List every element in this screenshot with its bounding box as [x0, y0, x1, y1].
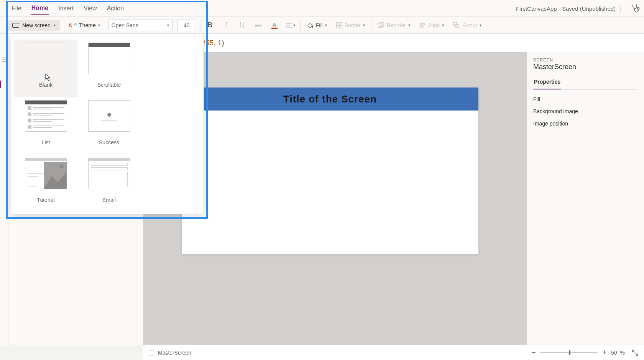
- svg-rect-12: [453, 23, 457, 26]
- font-color-icon: A: [271, 22, 278, 29]
- template-list-label: List: [42, 139, 50, 145]
- zoom-slider[interactable]: [540, 352, 598, 353]
- app-title: FirstCanvasApp - Saved (Unpublished) |: [516, 0, 625, 17]
- template-success-thumb: [88, 100, 130, 132]
- template-email-label: Email: [102, 197, 116, 203]
- prop-background[interactable]: Background image: [533, 108, 638, 114]
- chevron-down-icon: ▾: [293, 23, 295, 27]
- template-meeting[interactable]: Meeting: [77, 212, 141, 214]
- properties-section-title: MasterScreen: [533, 63, 638, 71]
- fill-bucket-icon: [307, 22, 314, 29]
- theme-button[interactable]: Aa Theme ▾: [68, 22, 100, 28]
- theme-label: Theme: [79, 22, 96, 28]
- menu-file[interactable]: File: [11, 3, 22, 14]
- screen-header[interactable]: Title of the Screen: [182, 88, 478, 111]
- template-email-thumb: [88, 158, 130, 189]
- zoom-control: − + 50 %: [530, 348, 639, 357]
- template-blank-thumb: [25, 43, 67, 74]
- align-label: Align: [428, 22, 440, 28]
- reorder-label: Reorder: [387, 22, 406, 28]
- svg-rect-13: [456, 25, 459, 28]
- active-rail-marker: [0, 81, 1, 88]
- template-email[interactable]: Email: [77, 155, 141, 212]
- template-list[interactable]: List: [14, 97, 77, 155]
- app-canvas[interactable]: Title of the Screen: [182, 88, 478, 254]
- formula-bar[interactable]: RGBA(255, 255, 255, 1): [143, 34, 644, 52]
- border-button[interactable]: Border ▾: [334, 22, 367, 28]
- formula-arg-3: 1: [218, 39, 222, 47]
- zoom-value: 50: [611, 350, 617, 356]
- svg-rect-10: [421, 23, 425, 25]
- menu-action[interactable]: Action: [106, 3, 125, 14]
- zoom-unit: %: [620, 350, 625, 356]
- group-icon: [453, 22, 460, 28]
- chevron-down-icon: ▾: [442, 23, 444, 27]
- font-size-input[interactable]: 40: [177, 20, 196, 31]
- app-name: FirstCanvasApp: [516, 5, 557, 12]
- new-screen-dropdown: Blank Scrollable List Success: [11, 34, 204, 214]
- template-tutorial[interactable]: Tutorial: [14, 155, 77, 212]
- chevron-down-icon: ▾: [363, 23, 365, 27]
- chevron-down-icon: ▾: [54, 23, 56, 27]
- fill-button[interactable]: Fill ▾: [304, 22, 329, 29]
- properties-section-label: SCREEN: [533, 58, 638, 62]
- chevron-down-icon: ▾: [98, 23, 100, 27]
- template-scrollable[interactable]: Scrollable: [77, 40, 141, 97]
- zoom-out-button[interactable]: −: [530, 348, 537, 357]
- screen-title-label[interactable]: Title of the Screen: [283, 93, 377, 105]
- top-menu-bar: File Home Insert View Action FirstCanvas…: [0, 0, 644, 17]
- underline-button[interactable]: U: [237, 20, 248, 31]
- properties-panel: SCREEN MasterScreen Properties Fill Back…: [527, 52, 644, 345]
- properties-tab[interactable]: Properties: [533, 76, 561, 89]
- fill-label: Fill: [316, 22, 323, 28]
- app-status: Saved (Unpublished): [562, 5, 616, 12]
- svg-point-0: [637, 8, 639, 10]
- fit-to-window-icon[interactable]: [632, 349, 639, 356]
- status-bar: MasterScreen − + 50 %: [143, 345, 644, 360]
- border-icon: [336, 22, 342, 28]
- new-screen-button[interactable]: New screen ▾: [8, 20, 60, 31]
- menu-insert[interactable]: Insert: [58, 3, 74, 14]
- font-color-button[interactable]: A: [269, 20, 280, 31]
- prop-image-position[interactable]: Image position: [533, 121, 638, 127]
- template-success[interactable]: Success: [77, 97, 141, 155]
- group-label: Group: [462, 22, 477, 28]
- prop-fill[interactable]: Fill: [533, 96, 638, 102]
- italic-button[interactable]: I: [220, 20, 232, 31]
- menu-home[interactable]: Home: [31, 2, 49, 15]
- chevron-down-icon: ▾: [408, 23, 410, 27]
- align-button[interactable]: Align ▾: [417, 22, 446, 28]
- screen-icon: [12, 23, 19, 28]
- theme-icon: A: [68, 22, 72, 28]
- template-list-thumb: [25, 100, 67, 132]
- zoom-in-button[interactable]: +: [601, 348, 608, 357]
- chevron-down-icon: ▾: [167, 23, 169, 27]
- svg-rect-11: [421, 26, 423, 27]
- template-success-label: Success: [99, 139, 119, 145]
- menu-view[interactable]: View: [83, 3, 97, 14]
- font-name-value: Open Sans: [112, 22, 138, 28]
- reorder-button[interactable]: Reorder ▾: [375, 22, 413, 28]
- template-blank[interactable]: Blank: [14, 40, 77, 97]
- app-checker-icon[interactable]: [630, 3, 641, 14]
- bold-button[interactable]: B: [204, 20, 216, 31]
- status-screen-name: MasterScreen: [158, 350, 191, 356]
- align-icon: [419, 22, 426, 28]
- template-people[interactable]: People: [14, 212, 77, 214]
- chevron-down-icon: ▾: [480, 23, 481, 27]
- reorder-icon: [378, 22, 384, 28]
- template-scrollable-label: Scrollable: [97, 82, 121, 88]
- left-rail: [0, 34, 8, 345]
- template-scrollable-thumb: [88, 43, 130, 74]
- new-screen-label: New screen: [22, 22, 51, 28]
- border-label: Border: [345, 22, 361, 28]
- template-tutorial-label: Tutorial: [37, 197, 54, 203]
- group-button[interactable]: Group ▾: [451, 22, 484, 28]
- strikethrough-button[interactable]: abc: [253, 20, 264, 31]
- tree-view-icon[interactable]: [1, 57, 7, 63]
- font-name-select[interactable]: Open Sans ▾: [108, 20, 172, 31]
- template-blank-label: Blank: [39, 82, 53, 88]
- text-align-button[interactable]: ▾: [285, 20, 296, 31]
- template-tutorial-thumb: [25, 158, 67, 189]
- ribbon-toolbar: New screen ▾ Aa Theme ▾ Open Sans ▾ 40 B…: [0, 17, 644, 34]
